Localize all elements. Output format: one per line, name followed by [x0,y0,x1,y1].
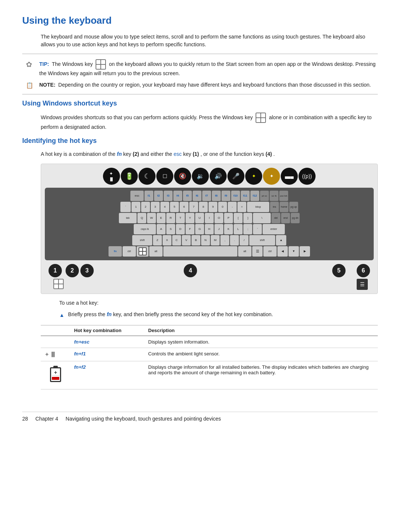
note-content: NOTE: Depending on the country or region… [39,81,371,89]
callout-icons-row: ☰ [45,277,374,290]
enter-key: enter [263,224,285,234]
space-key [163,246,237,257]
4-key: 4 [160,202,169,212]
z-key: Z [153,235,162,245]
footer-chapter: Chapter 4 [36,416,58,422]
win-key-callout-icon [53,279,64,289]
table-desc-fnf2: Displays charge information for all inst… [144,361,378,389]
fn-icon-5: 🔇 [174,168,191,185]
callout-1: 1 [49,264,62,277]
x-key: X [163,235,171,245]
divider-top [22,54,378,54]
lctrl-key: ctrl [123,246,136,257]
table-icon-fnf1: ✦ ▐▌ [41,348,70,361]
a-key: A [157,224,166,234]
f1-key: f1 [144,191,153,201]
f2-key: f2 [154,191,163,201]
up-key: ▲ [276,235,286,245]
kb-row-1: esc f1 f2 f3 f4 f5 f6 f7 f8 f9 f10 f11 f… [48,191,371,201]
table-desc-fnesc: Displays system information. [144,336,378,348]
keyboard-image: ✦▐▌ 🔋 ☾ ☐ 🔇 🔉 🔊 [41,164,378,294]
left-key: ◀ [277,246,288,257]
f10-key: f10 [231,191,240,201]
ins-key: ins [270,202,279,212]
hotkey-table: Hot key combination Description fn+esc D… [41,325,378,389]
hotkey-bold2: (1) [193,151,199,157]
table-row-fnf1: ✦ ▐▌ fn+f1 Controls the ambient light se… [41,348,378,361]
table-combo-fnf1: fn+f1 [70,348,144,361]
right-key: ▶ [300,246,310,257]
callout-4: 4 [184,264,197,277]
tip-content: TIP: The Windows key on the keyboard all… [39,59,378,77]
7-key: 7 [189,202,198,212]
shortcut-body: Windows provides shortcuts so that you c… [41,113,378,131]
kb-row-6: fn ctrl alt alt ☰ ctrl ◀ ▼ ▶ [48,246,371,257]
rctrl-key: ctrl [263,246,277,257]
ralt-key: alt [238,246,251,257]
fn-icons-row: ✦▐▌ 🔋 ☾ ☐ 🔇 🔉 🔊 [45,168,374,185]
table-header-combo-2: Hot key combination [70,325,144,336]
g-key: G [195,224,204,234]
esc-key: esc [130,191,144,201]
home-key: home [280,202,289,212]
table-combo-fnesc: fn+esc [70,336,144,348]
fn-icon-1: ✦▐▌ [103,168,120,185]
1-key: 1 [131,202,140,212]
l-key: L [234,224,243,234]
rshift-key: shift [249,235,275,245]
period-key: . [230,235,239,245]
prtsc-key: prt sc [260,191,269,201]
kb-row-5: shift Z X C V B N M , . / shift ▲ [48,235,371,245]
footer-page-num: 28 [22,416,28,422]
f4-key: f4 [173,191,182,201]
6-key: 6 [180,202,189,212]
fn-key: fn [109,246,122,257]
table-combo-fnf2: fn+f2 [70,361,144,389]
hotkey-desc-mid3: key [183,151,193,157]
hotkey-desc: A hot key is a combination of the fn key… [41,150,378,158]
bullet-text: Briefly press the fn key, and then brief… [68,311,273,318]
page-title: Using the keyboard [22,15,378,26]
kb-row-3: tab Q W E R T Y U I O P [ ] \ del end pg… [48,213,371,223]
fn-icon-10: ✦ [263,168,280,185]
y-key: Y [186,213,194,223]
t-key: T [176,213,185,223]
quote-key: ' [253,224,262,234]
divider-mid [22,94,378,94]
triangle-icon: ▲ [59,311,64,319]
w-key: W [147,213,156,223]
kb-row-2: ` 1 2 3 4 5 6 7 8 9 0 - = bksp ins home … [48,202,371,212]
page-footer: 28 Chapter 4 Navigating using the keyboa… [22,412,378,422]
pgdn-key: pg dn [291,213,300,223]
pgup-key: pg up [289,202,298,212]
2-key: 2 [141,202,150,212]
bullet-before: Briefly press the [68,311,105,317]
table-desc-fnf1: Controls the ambient light sensor. [144,348,378,361]
win-key-kb [137,246,149,257]
5-key: 5 [170,202,179,212]
hotkey-bold1: (2) [133,151,139,157]
hotkey-desc-end: . [273,151,275,157]
keyboard-body: esc f1 f2 f3 f4 f5 f6 f7 f8 f9 f10 f11 f… [45,188,374,260]
hotkey-bold3: (4) [266,151,272,157]
app-menu-callout-icon: ☰ [357,279,368,290]
caps-key: caps lk [134,224,156,234]
table-row-fnf2: + fn+f2 Displays charge information for … [41,361,378,389]
callout-5: 5 [332,264,346,277]
v-key: V [182,235,191,245]
f6-key: f6 [193,191,201,201]
note-block: 📋 NOTE: Depending on the country or regi… [26,81,378,89]
lshift-key: shift [132,235,152,245]
m-key: M [211,235,220,245]
footer-chapter-text: Navigating using the keyboard, touch ges… [66,416,221,422]
o-key: O [214,213,223,223]
tab-key: tab [119,213,137,223]
backspace-key: bksp [247,202,269,212]
fn-icon-3: ☾ [139,168,156,185]
to-use-text: To use a hot key: [59,299,378,307]
tip-sun-icon: ✿ [26,60,36,69]
scroll-key: scr lk [270,191,279,201]
kb-row-4: caps lk A S D F G H J K L ; ' enter [48,224,371,234]
tip-block: ✿ TIP: The Windows key on the keyboard a… [26,59,378,77]
f7-key: f7 [202,191,211,201]
